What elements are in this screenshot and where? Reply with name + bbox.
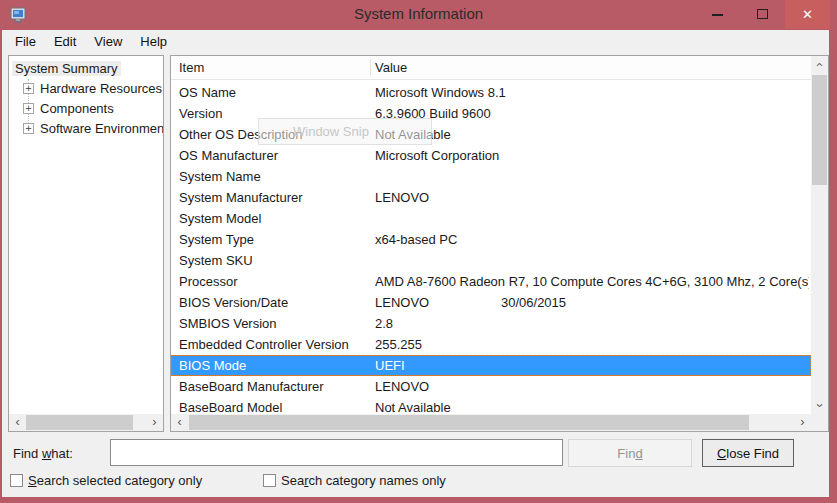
item-cell: BIOS Version/Date [179, 292, 288, 313]
value-cell: 2.8 [375, 313, 809, 334]
tree-item-system-summary[interactable]: System Summary [9, 59, 163, 79]
system-information-window: System Information ✕ FileEditViewHelp Sy… [0, 0, 837, 503]
table-row[interactable]: BaseBoard ModelNot Available [171, 397, 811, 414]
item-cell: BIOS Mode [179, 355, 246, 376]
table-row[interactable]: ProcessorAMD A8-7600 Radeon R7, 10 Compu… [171, 271, 811, 292]
column-header-value[interactable]: Value [375, 56, 407, 79]
scroll-down-icon[interactable]: › [811, 397, 828, 414]
tree-item-components[interactable]: +Components [9, 99, 163, 119]
item-cell: System Model [179, 208, 261, 229]
search-selected-category-label: Search selected category only [28, 473, 202, 488]
item-cell: Version [179, 103, 222, 124]
item-cell: BaseBoard Manufacturer [179, 376, 324, 397]
tree-item-label: Components [40, 101, 114, 116]
value-cell: x64-based PC [375, 229, 809, 250]
table-row[interactable]: System SKU [171, 250, 811, 271]
list-horizontal-scrollbar[interactable]: › › [171, 414, 811, 431]
window-snip-ghost: Window Snip [258, 118, 432, 145]
vertical-scrollbar[interactable]: › › [811, 56, 828, 414]
details-pane: Item Value OS NameMicrosoft Windows 8.1V… [170, 55, 829, 432]
category-tree-pane: System Summary+Hardware Resources+Compon… [8, 55, 164, 432]
scroll-up-icon[interactable]: › [811, 56, 828, 73]
minimize-icon [712, 14, 723, 16]
vscroll-thumb[interactable] [812, 75, 827, 185]
titlebar[interactable]: System Information ✕ [0, 0, 837, 30]
window-body: FileEditViewHelp System Summary+Hardware… [2, 30, 829, 497]
value-cell-secondary: 30/06/2015 [501, 292, 566, 313]
item-cell: Processor [179, 271, 238, 292]
value-cell: LENOVO [375, 292, 809, 313]
table-row[interactable]: OS NameMicrosoft Windows 8.1 [171, 82, 811, 103]
item-cell: System Manufacturer [179, 187, 303, 208]
tree-item-label: Software Environment [40, 121, 163, 136]
value-cell: Microsoft Windows 8.1 [375, 82, 809, 103]
search-selected-category-checkbox[interactable] [10, 474, 23, 487]
value-cell: 255.255 [375, 334, 809, 355]
tree-horizontal-scrollbar[interactable]: › › [9, 414, 163, 431]
item-cell: OS Manufacturer [179, 145, 278, 166]
item-cell: BaseBoard Model [179, 397, 282, 414]
close-button[interactable]: ✕ [785, 0, 830, 29]
table-row[interactable]: BIOS Version/DateLENOVO30/06/2015 [171, 292, 811, 313]
value-cell: Not Available [375, 397, 809, 414]
expand-plus-icon[interactable]: + [23, 123, 34, 134]
expand-plus-icon[interactable]: + [23, 83, 34, 94]
item-cell: System Name [179, 166, 261, 187]
table-row[interactable]: System Name [171, 166, 811, 187]
item-cell: OS Name [179, 82, 236, 103]
scroll-left-icon[interactable]: › [171, 414, 188, 431]
item-cell: System Type [179, 229, 254, 250]
tree-item-hardware-resources[interactable]: +Hardware Resources [9, 79, 163, 99]
close-icon: ✕ [785, 7, 830, 22]
tree-item-software-environment[interactable]: +Software Environment [9, 119, 163, 139]
window-snip-ghost-label: Window Snip [293, 124, 369, 139]
category-tree: System Summary+Hardware Resources+Compon… [9, 59, 163, 414]
column-divider[interactable] [370, 59, 371, 76]
table-row[interactable]: System ManufacturerLENOVO [171, 187, 811, 208]
menu-item-view[interactable]: View [85, 31, 131, 52]
caption-buttons: ✕ [695, 0, 830, 29]
tree-item-label: Hardware Resources [40, 81, 162, 96]
value-cell: AMD A8-7600 Radeon R7, 10 Compute Cores … [375, 271, 809, 292]
scroll-left-icon[interactable]: › [9, 414, 26, 431]
menu-item-edit[interactable]: Edit [45, 31, 85, 52]
item-cell: SMBIOS Version [179, 313, 277, 334]
value-cell: LENOVO [375, 376, 809, 397]
scrollbar-corner [811, 414, 828, 431]
minimize-button[interactable] [695, 0, 740, 29]
list-header: Item Value [171, 56, 811, 80]
value-cell: 6.3.9600 Build 9600 [375, 103, 809, 124]
search-category-names-label: Search category names only [281, 473, 446, 488]
find-what-label: Find what: [13, 446, 73, 461]
find-button[interactable]: Find [568, 439, 692, 467]
search-category-names-checkbox[interactable] [263, 474, 276, 487]
item-cell: Embedded Controller Version [179, 334, 349, 355]
expand-plus-icon[interactable]: + [23, 103, 34, 114]
maximize-button[interactable] [740, 0, 785, 29]
scroll-right-icon[interactable]: › [146, 414, 163, 431]
table-row[interactable]: Embedded Controller Version255.255 [171, 334, 811, 355]
table-row[interactable]: System Model [171, 208, 811, 229]
menu-bar: FileEditViewHelp [2, 30, 176, 53]
table-row[interactable]: BaseBoard ManufacturerLENOVO [171, 376, 811, 397]
value-cell: UEFI [375, 355, 809, 376]
table-row[interactable]: System Typex64-based PC [171, 229, 811, 250]
scroll-right-icon[interactable]: › [794, 414, 811, 431]
tree-item-label: System Summary [12, 61, 121, 76]
table-row[interactable]: SMBIOS Version2.8 [171, 313, 811, 334]
column-header-item[interactable]: Item [179, 56, 204, 79]
menu-item-file[interactable]: File [6, 31, 45, 52]
value-cell: Not Available [375, 124, 809, 145]
value-cell: LENOVO [375, 187, 809, 208]
item-cell: System SKU [179, 250, 253, 271]
table-row[interactable]: OS ManufacturerMicrosoft Corporation [171, 145, 811, 166]
find-input[interactable] [110, 439, 563, 466]
value-cell: Microsoft Corporation [375, 145, 809, 166]
close-find-button[interactable]: Close Find [702, 439, 794, 467]
tree-hscroll-thumb[interactable] [26, 415, 133, 430]
table-row[interactable]: BIOS ModeUEFI [171, 355, 811, 376]
menu-item-help[interactable]: Help [131, 31, 176, 52]
list-hscroll-thumb[interactable] [189, 415, 749, 430]
maximize-icon [757, 9, 768, 19]
